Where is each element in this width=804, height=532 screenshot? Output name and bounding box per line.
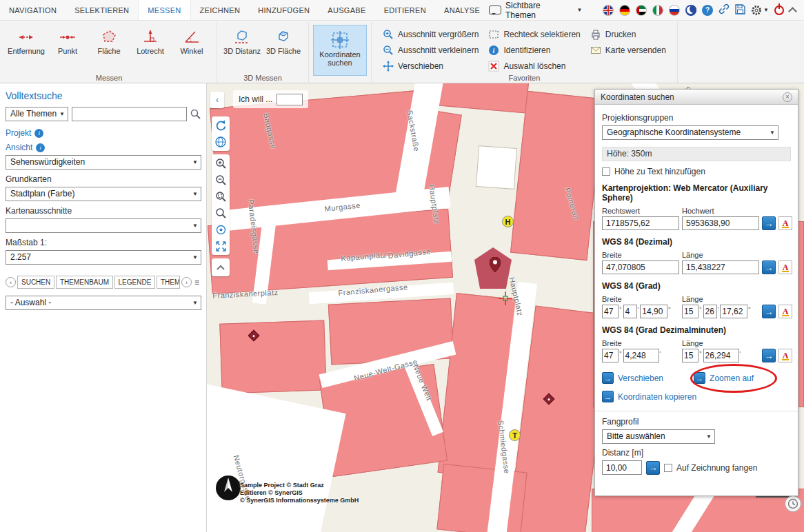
panel-header[interactable]: Koordinaten suchen × bbox=[595, 90, 798, 105]
tab-legende[interactable]: LEGENDE bbox=[114, 276, 155, 289]
grad-breite-sec-input[interactable] bbox=[640, 305, 667, 318]
tab-selektieren[interactable]: SELEKTIEREN bbox=[66, 0, 138, 20]
apply-coordinates-button[interactable]: → bbox=[762, 349, 776, 362]
tool-rechteck-selektieren[interactable]: Rechteck selektieren bbox=[488, 29, 580, 40]
hoehe-text-checkbox[interactable] bbox=[602, 167, 610, 176]
flag-russian-icon[interactable] bbox=[669, 5, 680, 16]
center-target-icon[interactable] bbox=[214, 223, 228, 236]
gradmin-laenge-deg-input[interactable] bbox=[682, 349, 699, 362]
tool-ausschnitt-vergroessern[interactable]: Ausschnitt vergrößern bbox=[383, 29, 479, 40]
tab-ausgabe[interactable]: AUSGABE bbox=[319, 0, 374, 20]
collapse-ribbon-icon[interactable] bbox=[788, 7, 797, 16]
label-coordinates-button[interactable]: A bbox=[778, 349, 792, 362]
tab-zeichnen[interactable]: ZEICHNEN bbox=[191, 0, 250, 20]
grad-laenge-deg-input[interactable] bbox=[682, 305, 699, 318]
rechtswert-input[interactable] bbox=[602, 216, 679, 230]
tool-3d-flaeche[interactable]: 3D Fläche bbox=[263, 23, 304, 55]
tool-drucken[interactable]: Drucken bbox=[590, 29, 666, 40]
dezimal-laenge-input[interactable] bbox=[682, 260, 759, 274]
info-icon[interactable]: i bbox=[34, 129, 43, 138]
projektionsgruppen-dropdown[interactable]: Geographische Koordinatensysteme ▼ bbox=[602, 125, 778, 140]
ich-will-searchbox[interactable]: Ich will ... bbox=[233, 90, 308, 108]
gradmin-laenge-min-input[interactable] bbox=[703, 349, 739, 362]
grad-laenge-min-input[interactable] bbox=[703, 305, 717, 318]
dezimal-breite-input[interactable] bbox=[602, 260, 679, 274]
tool-entfernung[interactable]: Entfernung bbox=[6, 23, 47, 55]
apply-coordinates-button[interactable]: → bbox=[762, 260, 776, 274]
poi-marker-h[interactable]: H bbox=[502, 216, 514, 227]
settings-gear-icon[interactable]: ▼ bbox=[751, 5, 769, 16]
tabs-menu-icon[interactable]: ≡ bbox=[193, 278, 201, 287]
tool-koordinaten-suchen[interactable]: Koordinaten suchen bbox=[313, 25, 367, 76]
tab-navigation[interactable]: NAVIGATION bbox=[0, 0, 66, 20]
share-link-icon[interactable] bbox=[718, 3, 730, 17]
tabs-scroll-right-icon[interactable]: › bbox=[181, 277, 192, 287]
tab-suchen[interactable]: SUCHEN bbox=[17, 276, 54, 289]
themes-filter-dropdown[interactable]: Alle Themen ▼ bbox=[6, 107, 68, 121]
history-clock-icon[interactable] bbox=[785, 495, 801, 512]
fangprofil-dropdown[interactable]: Bitte auswählen ▼ bbox=[602, 429, 715, 444]
grad-breite-min-input[interactable] bbox=[623, 305, 637, 318]
help-icon[interactable]: ? bbox=[702, 5, 713, 16]
flag-english-icon[interactable] bbox=[603, 5, 614, 16]
apply-coordinates-button[interactable]: → bbox=[762, 305, 776, 318]
zoom-out-icon[interactable] bbox=[214, 173, 228, 187]
tab-themen[interactable]: THEM bbox=[157, 276, 180, 289]
verschieben-link[interactable]: → Verschieben bbox=[602, 372, 663, 384]
gradmin-breite-deg-input[interactable] bbox=[602, 349, 619, 362]
tool-lotrecht[interactable]: Lotrecht bbox=[130, 23, 171, 55]
night-mode-icon[interactable] bbox=[685, 5, 696, 16]
poi-marker-t[interactable]: T bbox=[509, 429, 521, 441]
massstab-dropdown[interactable]: 2.257 ▼ bbox=[6, 250, 201, 265]
close-icon[interactable]: × bbox=[783, 92, 792, 102]
map-canvas[interactable]: Badgasse Sackstraße Sporga Murgasse Haup… bbox=[207, 83, 804, 532]
tab-editieren[interactable]: EDITIEREN bbox=[375, 0, 435, 20]
full-extent-icon[interactable] bbox=[214, 239, 228, 253]
sichtbare-themen-dropdown[interactable]: Sichtbare Themen ▼ bbox=[489, 1, 582, 20]
search-icon[interactable] bbox=[190, 109, 201, 119]
auswahl-dropdown[interactable]: - Auswahl - ▼ bbox=[6, 296, 201, 310]
flag-italian-icon[interactable] bbox=[652, 5, 663, 16]
ansicht-dropdown[interactable]: Sehenswürdigkeiten ▼ bbox=[6, 155, 201, 170]
refresh-icon[interactable] bbox=[214, 119, 228, 132]
tab-messen[interactable]: MESSEN bbox=[138, 0, 190, 20]
label-coordinates-button[interactable]: A bbox=[778, 305, 792, 318]
tool-winkel[interactable]: Winkel bbox=[171, 23, 212, 55]
tab-analyse[interactable]: ANALYSE bbox=[435, 0, 489, 20]
tool-auswahl-loeschen[interactable]: Auswahl löschen bbox=[488, 61, 580, 72]
collapse-sidebar-icon[interactable]: ‹ bbox=[210, 92, 224, 108]
zoom-last-icon[interactable] bbox=[214, 206, 228, 220]
zoom-window-icon[interactable] bbox=[214, 190, 228, 203]
tool-punkt[interactable]: Punkt bbox=[47, 23, 88, 55]
grundkarten-dropdown[interactable]: Stadtplan (Farbe) ▼ bbox=[6, 187, 201, 201]
apply-coordinates-button[interactable]: → bbox=[762, 216, 776, 230]
save-icon[interactable] bbox=[735, 4, 745, 17]
grad-laenge-sec-input[interactable] bbox=[720, 305, 747, 318]
gradmin-breite-min-input[interactable] bbox=[623, 349, 659, 362]
tool-verschieben[interactable]: Verschieben bbox=[383, 61, 479, 72]
tool-identifizieren[interactable]: i Identifizieren bbox=[488, 45, 580, 56]
distanz-input[interactable] bbox=[602, 460, 642, 475]
overview-globe-icon[interactable] bbox=[214, 135, 228, 149]
tabs-scroll-left-icon[interactable]: ‹ bbox=[6, 277, 16, 287]
label-coordinates-button[interactable]: A bbox=[778, 216, 792, 230]
tool-flaeche[interactable]: Fläche bbox=[88, 23, 130, 55]
ich-will-input[interactable] bbox=[277, 94, 303, 105]
zoomen-auf-link[interactable]: → Zoomen auf bbox=[694, 372, 754, 384]
info-icon[interactable]: i bbox=[36, 143, 45, 152]
tool-ausschnitt-verkleinern[interactable]: Ausschnitt verkleinern bbox=[383, 45, 479, 56]
fulltext-search-input[interactable] bbox=[72, 107, 187, 121]
auf-zeichnung-fangen-checkbox[interactable] bbox=[664, 464, 672, 472]
hochwert-input[interactable] bbox=[682, 216, 759, 230]
tab-hinzufuegen[interactable]: HINZUFÜGEN bbox=[249, 0, 319, 20]
koordinaten-kopieren-link[interactable]: → Koordinaten kopieren bbox=[602, 391, 696, 402]
tab-themenbaum[interactable]: THEMENBAUM bbox=[56, 276, 113, 289]
logout-power-icon[interactable] bbox=[774, 6, 784, 15]
flag-german-icon[interactable] bbox=[619, 5, 630, 16]
flag-arabic-icon[interactable] bbox=[636, 5, 647, 16]
zoom-in-icon[interactable] bbox=[214, 156, 228, 170]
tool-3d-distanz[interactable]: 3D Distanz bbox=[221, 23, 263, 55]
collapse-toolbar-icon[interactable] bbox=[214, 260, 228, 274]
tool-karte-versenden[interactable]: Karte versenden bbox=[590, 45, 666, 56]
label-coordinates-button[interactable]: A bbox=[778, 260, 792, 274]
